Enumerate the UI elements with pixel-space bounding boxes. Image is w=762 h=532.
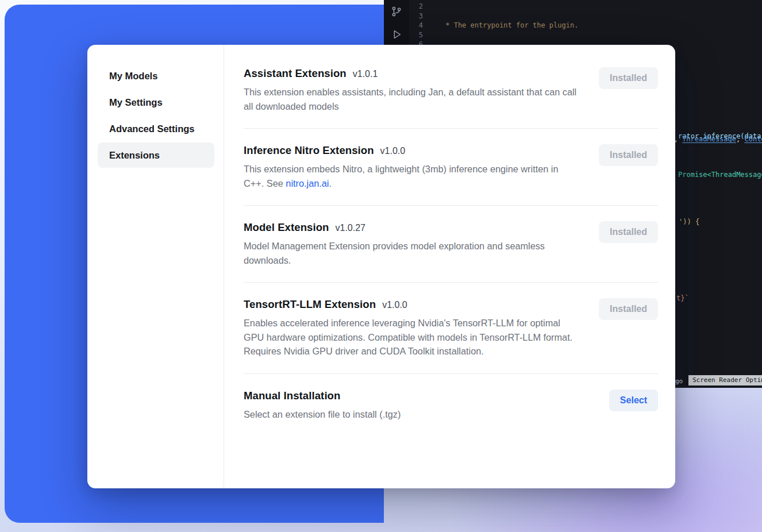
description-text: . bbox=[329, 178, 332, 188]
extension-title: Assistant Extension bbox=[244, 67, 347, 80]
sidebar-item-my-settings[interactable]: My Settings bbox=[98, 90, 214, 115]
extension-title: Inference Nitro Extension bbox=[244, 144, 374, 157]
extension-info: Assistant Extension v1.0.1 This extensio… bbox=[244, 67, 580, 113]
extension-row-nitro: Inference Nitro Extension v1.0.0 This ex… bbox=[244, 129, 658, 206]
extension-description: Enables accelerated inference leveraging… bbox=[244, 316, 580, 358]
sidebar-item-my-models[interactable]: My Models bbox=[98, 63, 214, 88]
extension-row-assistant: Assistant Extension v1.0.1 This extensio… bbox=[244, 52, 658, 129]
extension-info: TensortRT-LLM Extension v1.0.0 Enables a… bbox=[244, 298, 580, 358]
manual-installation-description: Select an extension file to install (.tg… bbox=[244, 407, 580, 422]
installed-button[interactable]: Installed bbox=[599, 298, 658, 320]
sidebar-item-advanced-settings[interactable]: Advanced Settings bbox=[98, 116, 214, 141]
extension-version: v1.0.27 bbox=[336, 223, 365, 233]
code-fragment: ')) { bbox=[679, 217, 699, 227]
extension-info: Inference Nitro Extension v1.0.0 This ex… bbox=[244, 144, 580, 190]
editor-gutter: 23456 bbox=[405, 2, 423, 49]
extension-row-model: Model Extension v1.0.27 Model Management… bbox=[244, 206, 658, 283]
settings-modal: My Models My Settings Advanced Settings … bbox=[87, 45, 675, 488]
extension-row-tensorrt: TensortRT-LLM Extension v1.0.0 Enables a… bbox=[244, 283, 658, 374]
select-file-button[interactable]: Select bbox=[609, 390, 658, 411]
extension-version: v1.0.1 bbox=[353, 69, 378, 79]
code-line: * The entrypoint for the plugin. bbox=[441, 21, 762, 30]
nitro-jan-ai-link[interactable]: nitro.jan.ai bbox=[286, 178, 329, 188]
screenshot-stage: 23456 * The entrypoint for the plugin. *… bbox=[0, 0, 762, 532]
code-fragment: t}` bbox=[676, 294, 689, 303]
installed-button[interactable]: Installed bbox=[599, 144, 658, 166]
extension-title: Model Extension bbox=[244, 221, 329, 234]
code-fragment: Promise<ThreadMessage> bbox=[678, 170, 762, 180]
extension-info: Manual Installation Select an extension … bbox=[244, 390, 580, 422]
statusbar-text: go bbox=[675, 377, 683, 385]
extension-version: v1.0.0 bbox=[380, 146, 406, 156]
extension-info: Model Extension v1.0.27 Model Management… bbox=[244, 221, 580, 267]
settings-sidebar: My Models My Settings Advanced Settings … bbox=[87, 45, 224, 488]
extension-version: v1.0.0 bbox=[382, 300, 407, 310]
screen-reader-optimized-button[interactable]: Screen Reader Optimized bbox=[688, 375, 762, 385]
manual-installation-title: Manual Installation bbox=[244, 390, 340, 402]
extension-description: This extension enables assistants, inclu… bbox=[244, 85, 580, 113]
manual-installation-row: Manual Installation Select an extension … bbox=[244, 374, 658, 437]
extension-title: TensortRT-LLM Extension bbox=[244, 298, 376, 311]
code-fragment: rator.inference(data)); bbox=[678, 132, 762, 141]
installed-button[interactable]: Installed bbox=[599, 67, 658, 89]
extension-description: This extension embeds Nitro, a lightweig… bbox=[244, 162, 580, 190]
sidebar-item-extensions[interactable]: Extensions bbox=[98, 142, 214, 168]
extensions-list: Assistant Extension v1.0.1 This extensio… bbox=[224, 45, 675, 488]
installed-button[interactable]: Installed bbox=[599, 221, 658, 243]
extension-description: Model Management Extension provides mode… bbox=[244, 239, 580, 267]
